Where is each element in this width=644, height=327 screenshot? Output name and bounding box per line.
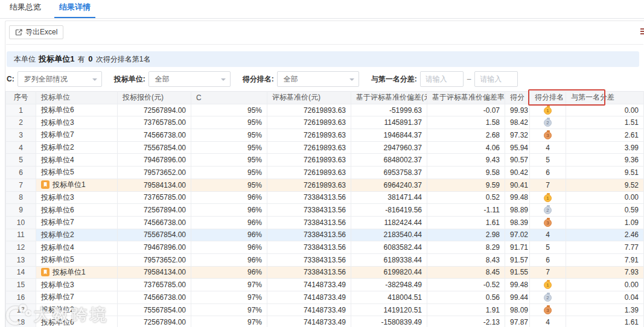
table-row[interactable]: 8投标单位373765785.0096%73384313.56381471.44… bbox=[6, 191, 644, 204]
rank-medal-2-icon: 2 bbox=[544, 206, 552, 214]
cell-deviation-rate: 8.43 bbox=[427, 253, 505, 266]
diff-min-input[interactable] bbox=[420, 71, 464, 87]
cell-score-rank: 3 bbox=[530, 129, 566, 142]
table-row[interactable]: 5投标单位479467896.0095%72619893.636848002.3… bbox=[6, 154, 644, 167]
bidder-name: 投标单位4 bbox=[41, 156, 74, 164]
cell-price: 73765785.00 bbox=[118, 191, 191, 204]
cell-deviation: 1182424.44 bbox=[351, 216, 427, 229]
cell-deviation: 6964240.37 bbox=[351, 179, 427, 191]
cell-deviation-rate: 2.98 bbox=[427, 229, 505, 241]
unit-filter-select[interactable]: 全部 bbox=[148, 71, 231, 87]
cell-no: 15 bbox=[6, 279, 36, 291]
cell-unit: 投标单位5 bbox=[36, 167, 118, 179]
cell-c: 96% bbox=[191, 253, 267, 266]
table-row[interactable]: 9投标单位672567894.0096%73384313.56-816419.5… bbox=[6, 204, 644, 217]
cell-no: 8 bbox=[6, 191, 36, 204]
cell-price: 79467896.00 bbox=[118, 241, 191, 254]
cell-diff-to-first: 0.04 bbox=[566, 291, 644, 304]
cell-base: 72619893.63 bbox=[267, 154, 351, 167]
table-row[interactable]: 7投标单位179584134.0095%72619893.636964240.3… bbox=[6, 179, 644, 191]
cell-price: 79467896.00 bbox=[118, 154, 191, 167]
table-row[interactable]: 1投标单位672567894.0095%72619893.63-51999.63… bbox=[6, 104, 644, 116]
table-row[interactable]: 6投标单位579573652.0095%72619893.636953758.3… bbox=[6, 167, 644, 179]
bidder-name: 投标单位2 bbox=[41, 143, 74, 151]
tab-results-detail[interactable]: 结果详情 bbox=[54, 0, 95, 18]
rank-filter-select[interactable]: 全部 bbox=[277, 71, 359, 87]
cell-deviation-rate: 9.59 bbox=[427, 179, 505, 191]
column-settings-icon[interactable] bbox=[640, 27, 644, 34]
table-row[interactable]: 15投标单位373765785.0097%74148733.49-382948.… bbox=[6, 279, 644, 291]
cell-no: 6 bbox=[6, 167, 36, 179]
table-row[interactable]: 14投标单位179584134.0096%73384313.566199820.… bbox=[6, 266, 644, 279]
rank-medal-3-icon: 3 bbox=[544, 219, 552, 227]
diff-max-input[interactable] bbox=[474, 71, 518, 87]
bidder-name: 投标单位7 bbox=[41, 130, 74, 139]
cell-c: 95% bbox=[191, 129, 267, 142]
rank-medal-3-icon: 3 bbox=[544, 132, 552, 139]
table-row[interactable]: 2投标单位373765785.0095%72619893.631145891.3… bbox=[6, 116, 644, 129]
cell-deviation-rate: 1.91 bbox=[427, 303, 505, 316]
cell-c: 96% bbox=[191, 216, 267, 229]
tab-results-overview[interactable]: 结果总览 bbox=[5, 0, 46, 18]
cell-diff-to-first: 3.99 bbox=[566, 141, 644, 154]
cell-unit: 投标单位2 bbox=[36, 303, 118, 316]
cell-score: 95.94 bbox=[505, 141, 530, 154]
cell-price: 79573652.00 bbox=[118, 253, 191, 266]
cell-deviation-rate: 9.58 bbox=[427, 167, 505, 179]
cell-c: 96% bbox=[191, 204, 267, 217]
summary-count: 0 bbox=[88, 54, 92, 63]
table-row[interactable]: 12投标单位479467896.0096%73384313.566083582.… bbox=[6, 241, 644, 254]
cell-deviation: 1419120.51 bbox=[351, 303, 427, 316]
cell-price: 79584134.00 bbox=[118, 266, 191, 279]
results-detail-page: 结果总览 结果详情 导出Excel 本单位 投标单位1 有 0 次得分排名第1名… bbox=[0, 0, 644, 327]
c-filter-select[interactable]: 罗列全部情况 bbox=[18, 71, 102, 87]
cell-deviation: 6083582.44 bbox=[351, 241, 427, 254]
cell-c: 97% bbox=[191, 303, 267, 316]
cell-c: 96% bbox=[191, 229, 267, 241]
table-row[interactable]: 3投标单位774566738.0095%72619893.631946844.3… bbox=[6, 129, 644, 142]
cell-deviation-rate: 8.29 bbox=[427, 241, 505, 254]
cell-diff-to-first: 1.09 bbox=[566, 216, 644, 229]
rank-value: 5 bbox=[546, 156, 550, 164]
cell-base: 73384313.56 bbox=[267, 241, 351, 254]
cell-no: 1 bbox=[6, 104, 36, 116]
table-row[interactable]: 17投标单位275567854.0097%74148733.491419120.… bbox=[6, 303, 644, 316]
cell-diff-to-first: 9.36 bbox=[566, 154, 644, 167]
bidder-name: 投标单位3 bbox=[41, 193, 74, 202]
cell-deviation-rate: 8.45 bbox=[427, 266, 505, 279]
cell-price: 75567854.00 bbox=[118, 229, 191, 241]
cell-no: 7 bbox=[6, 179, 36, 191]
bidder-name: 投标单位1 bbox=[53, 268, 86, 276]
cell-diff-to-first: 2.61 bbox=[566, 129, 644, 142]
cell-deviation: 2947960.37 bbox=[351, 141, 427, 154]
cell-no: 13 bbox=[6, 253, 36, 266]
cell-score-rank: 7 bbox=[530, 266, 566, 279]
summary-bar: 本单位 投标单位1 有 0 次得分排名第1名 bbox=[7, 51, 639, 67]
cell-deviation: 6848002.37 bbox=[351, 154, 427, 167]
table-row[interactable]: 18投标单位672567894.0097%74148733.49-1580839… bbox=[6, 316, 644, 327]
cell-base: 73384313.56 bbox=[267, 216, 351, 229]
table-row[interactable]: 13投标单位579573652.0096%73384313.566189338.… bbox=[6, 253, 644, 266]
table-row[interactable]: 16投标单位774566738.0097%74148733.49418004.5… bbox=[6, 291, 644, 304]
cell-diff-to-first: 1.39 bbox=[566, 303, 644, 316]
cell-base: 73384313.56 bbox=[267, 191, 351, 204]
table-row[interactable]: 11投标单位275567854.0096%73384313.562183540.… bbox=[6, 229, 644, 241]
table-row[interactable]: 4投标单位275567854.0095%72619893.632947960.3… bbox=[6, 141, 644, 154]
table-row[interactable]: 10投标单位774566738.0096%73384313.561182424.… bbox=[6, 216, 644, 229]
rank-value: 7 bbox=[546, 181, 550, 189]
bidder-name: 投标单位2 bbox=[41, 305, 74, 314]
col-header-base: 评标基准价(元) bbox=[267, 92, 351, 104]
cell-score-rank: 6 bbox=[530, 167, 566, 179]
cell-unit: 投标单位3 bbox=[36, 116, 118, 129]
cell-base: 72619893.63 bbox=[267, 104, 351, 116]
cell-score: 98.09 bbox=[505, 303, 530, 316]
export-excel-button[interactable]: 导出Excel bbox=[9, 25, 63, 39]
cell-diff-to-first: 0.00 bbox=[566, 191, 644, 204]
cell-score-rank: 1 bbox=[530, 104, 566, 116]
cell-score: 90.57 bbox=[505, 154, 530, 167]
cell-price: 72567894.00 bbox=[118, 104, 191, 116]
cell-unit: 投标单位2 bbox=[36, 141, 118, 154]
range-dash: – bbox=[467, 75, 471, 83]
col-header-score: 得分 bbox=[505, 92, 530, 104]
cell-deviation-rate: 1.58 bbox=[427, 116, 505, 129]
